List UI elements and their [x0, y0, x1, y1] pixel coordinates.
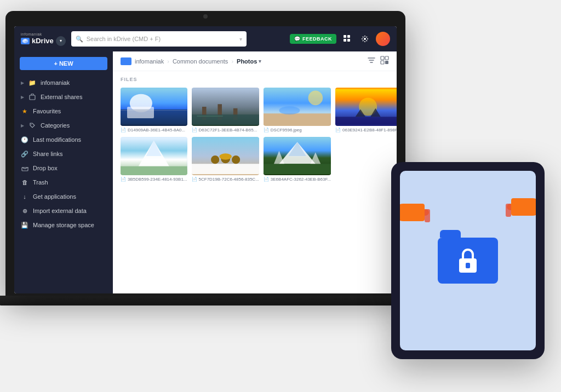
breadcrumb-home-icon [121, 57, 131, 65]
svg-rect-25 [264, 113, 331, 125]
photo-item[interactable]: 📄 D63C72F1-3EEB-4B74-B65... [192, 88, 259, 132]
svg-rect-33 [121, 166, 187, 174]
file-icon: 📄 [121, 177, 126, 182]
file-icon: 📄 [335, 128, 341, 132]
file-icon: 📄 [192, 128, 197, 132]
star-icon: ★ [21, 107, 28, 115]
sidebar-item-external-shares[interactable]: ▶ External shares [14, 90, 113, 104]
breadcrumb-separator-2: › [231, 58, 233, 65]
sidebar-item-categories[interactable]: ▶ Categories [14, 118, 113, 132]
logo-area: infomaniak kDrive ▾ [21, 32, 66, 46]
photo-filename: 📄 D63C72F1-3EEB-4B74-B65... [192, 128, 259, 132]
photo-item[interactable]: 📄 DSCF9596.jpeg [264, 88, 331, 132]
bracelet-left [425, 209, 430, 222]
svg-point-24 [308, 91, 323, 106]
photo-filename: 📄 DSCF9596.jpeg [264, 128, 331, 132]
photo-thumbnail [264, 137, 331, 175]
svg-rect-1 [344, 35, 346, 38]
svg-rect-9 [381, 56, 384, 60]
photo-filename: 📄 3E6B4AFC-3262-43EB-B63F... [264, 177, 331, 182]
app-screen: infomaniak kDrive ▾ [14, 26, 397, 293]
feedback-button[interactable]: 💬 FEEDBACK [290, 34, 336, 44]
photo-thumbnail [335, 88, 397, 126]
sidebar-label: Categories [41, 122, 70, 129]
sidebar-item-share-links[interactable]: 🔗 Share links [14, 147, 113, 161]
photo-filename: 📄 063E9241-E2B8-48F1-898F... [335, 128, 397, 132]
svg-rect-43 [264, 164, 331, 174]
top-bar-actions: 💬 FEEDBACK [290, 32, 390, 46]
search-placeholder: Search in kDrive (CMD + F) [87, 36, 161, 42]
laptop-container: infomaniak kDrive ▾ [5, 11, 416, 328]
breadcrumb-current: Photos ▾ [237, 58, 261, 65]
breadcrumb-dropdown-icon[interactable]: ▾ [259, 59, 261, 64]
sidebar-item-get-applications[interactable]: ↓ Get applications [14, 189, 113, 204]
sidebar-label: Get applications [33, 193, 76, 200]
sidebar-label: Last modifications [33, 136, 81, 143]
photo-grid: 📄 D14909AB-36E1-4B45-8A0... [121, 88, 389, 182]
logo-icon [21, 38, 30, 44]
sidebar-label: Trash [33, 179, 48, 186]
lock-folder [438, 238, 498, 284]
search-bar[interactable]: 🔍 Search in kDrive (CMD + F) ▾ [71, 31, 247, 47]
brand-label: infomaniak [21, 32, 42, 36]
folder-icon: 📁 [28, 79, 36, 87]
view-toggle-button[interactable] [380, 56, 389, 66]
photo-filename: 📄 D14909AB-36E1-4B45-8A0... [121, 128, 187, 132]
svg-rect-2 [347, 35, 350, 38]
sidebar-item-manage-storage[interactable]: 💾 Manage storage space [14, 218, 113, 232]
photo-item[interactable]: 📄 063E9241-E2B8-48F1-898F... [335, 88, 397, 132]
chevron-icon: ▶ [21, 123, 24, 128]
left-hand-area [400, 204, 425, 221]
user-avatar[interactable] [376, 32, 390, 46]
photo-filename: 📄 3B5DB599-234E-4814-93B1... [121, 177, 187, 182]
sidebar-label: Drop box [33, 165, 58, 171]
sidebar-item-trash[interactable]: 🗑 Trash [14, 175, 113, 189]
breadcrumb-parent[interactable]: Common documents [173, 58, 228, 65]
breadcrumb-actions [367, 56, 389, 66]
svg-rect-10 [385, 56, 388, 60]
sidebar-label: External shares [41, 94, 82, 100]
tablet-device [391, 162, 545, 359]
content-area: infomaniak › Common documents › Photos ▾ [113, 51, 397, 293]
photo-item[interactable]: 📄 3B5DB599-234E-4814-93B1... [121, 137, 187, 182]
sidebar-label: Favourites [33, 108, 61, 114]
chevron-icon: ▶ [21, 80, 24, 85]
search-dropdown-icon: ▾ [239, 36, 242, 42]
sidebar-item-import-external-data[interactable]: ⊕ Import external data [14, 204, 113, 218]
svg-point-14 [130, 94, 152, 113]
account-dropdown[interactable]: ▾ [56, 36, 66, 46]
hand-left [400, 204, 425, 221]
svg-point-39 [219, 153, 232, 159]
sidebar-item-last-modifications[interactable]: 🕐 Last modifications [14, 132, 113, 147]
sidebar-label: Share links [33, 151, 62, 157]
link-icon: 🔗 [21, 150, 28, 158]
svg-rect-12 [385, 61, 388, 64]
import-icon: ⊕ [21, 207, 28, 215]
sidebar-item-drop-box[interactable]: Drop box [14, 161, 113, 175]
lock-folder-center [438, 238, 498, 284]
photo-item[interactable]: 📄 D14909AB-36E1-4B45-8A0... [121, 88, 187, 132]
sidebar-item-infomaniak[interactable]: ▶ 📁 infomaniak [14, 76, 113, 90]
grid-view-button[interactable] [341, 32, 354, 45]
sort-button[interactable] [367, 56, 376, 66]
svg-rect-8 [22, 168, 28, 171]
file-icon: 📄 [264, 128, 269, 132]
sidebar-label: Manage storage space [33, 222, 94, 228]
settings-button[interactable] [358, 32, 371, 45]
new-button[interactable]: + NEW [20, 57, 107, 70]
folder-body-center [438, 238, 498, 284]
clock-icon: 🕐 [21, 136, 28, 143]
svg-rect-11 [381, 61, 384, 64]
breadcrumb-root[interactable]: infomaniak [135, 58, 164, 65]
lock-keyhole [466, 263, 470, 268]
svg-rect-35 [192, 164, 259, 174]
sidebar-label: infomaniak [41, 79, 70, 86]
sidebar-item-favourites[interactable]: ★ Favourites [14, 104, 113, 118]
external-icon [28, 93, 36, 101]
photo-item[interactable]: 📄 5CF7D19B-72C6-4856-835C... [192, 137, 259, 182]
photo-thumbnail [192, 137, 259, 175]
photo-item[interactable]: 📄 3E6B4AFC-3262-43EB-B63F... [264, 137, 331, 182]
svg-point-26 [279, 106, 300, 114]
svg-point-36 [211, 155, 219, 164]
photo-thumbnail [192, 88, 259, 126]
